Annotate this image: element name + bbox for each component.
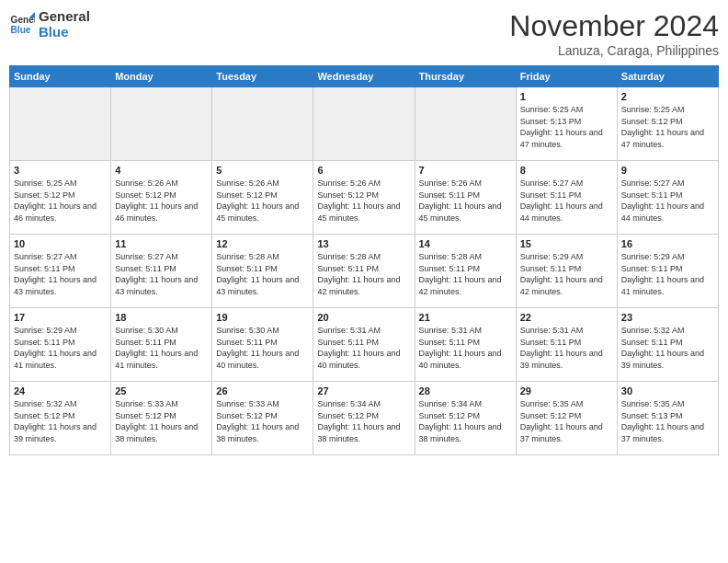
cell-week4-day1: 18Sunrise: 5:30 AMSunset: 5:11 PMDayligh… xyxy=(111,308,212,382)
day-number: 16 xyxy=(621,238,714,249)
logo-text-blue: Blue xyxy=(39,25,90,40)
day-info: Sunrise: 5:31 AMSunset: 5:11 PMDaylight:… xyxy=(419,325,512,371)
day-number: 10 xyxy=(14,238,107,249)
cell-week2-day3: 6Sunrise: 5:26 AMSunset: 5:12 PMDaylight… xyxy=(313,161,415,235)
day-number: 18 xyxy=(115,312,208,323)
day-number: 15 xyxy=(520,238,613,249)
cell-week4-day0: 17Sunrise: 5:29 AMSunset: 5:11 PMDayligh… xyxy=(10,308,111,382)
day-number: 29 xyxy=(520,385,613,396)
day-number: 14 xyxy=(419,238,512,249)
day-number: 25 xyxy=(115,385,208,396)
day-info: Sunrise: 5:31 AMSunset: 5:11 PMDaylight:… xyxy=(317,325,410,371)
col-sunday: Sunday xyxy=(10,66,111,87)
calendar-body: 1Sunrise: 5:25 AMSunset: 5:13 PMDaylight… xyxy=(10,87,719,455)
cell-week1-day2 xyxy=(212,87,313,161)
day-info: Sunrise: 5:30 AMSunset: 5:11 PMDaylight:… xyxy=(216,325,309,371)
day-info: Sunrise: 5:32 AMSunset: 5:11 PMDaylight:… xyxy=(621,325,714,371)
calendar-table: Sunday Monday Tuesday Wednesday Thursday… xyxy=(9,65,719,455)
day-number: 23 xyxy=(621,312,714,323)
cell-week1-day4 xyxy=(415,87,516,161)
header-row: Sunday Monday Tuesday Wednesday Thursday… xyxy=(10,66,719,87)
day-info: Sunrise: 5:29 AMSunset: 5:11 PMDaylight:… xyxy=(14,325,107,371)
day-info: Sunrise: 5:26 AMSunset: 5:12 PMDaylight:… xyxy=(115,178,208,224)
day-info: Sunrise: 5:35 AMSunset: 5:12 PMDaylight:… xyxy=(520,398,613,444)
cell-week1-day3 xyxy=(313,87,415,161)
cell-week2-day0: 3Sunrise: 5:25 AMSunset: 5:12 PMDaylight… xyxy=(10,161,111,235)
col-tuesday: Tuesday xyxy=(212,66,313,87)
svg-text:Blue: Blue xyxy=(11,25,31,35)
day-info: Sunrise: 5:30 AMSunset: 5:11 PMDaylight:… xyxy=(115,325,208,371)
day-number: 12 xyxy=(216,238,309,249)
cell-week2-day1: 4Sunrise: 5:26 AMSunset: 5:12 PMDaylight… xyxy=(111,161,212,235)
logo-text-general: General xyxy=(39,9,90,25)
logo-icon: General Blue xyxy=(9,12,35,38)
day-number: 24 xyxy=(14,385,107,396)
cell-week2-day5: 8Sunrise: 5:27 AMSunset: 5:11 PMDaylight… xyxy=(516,161,617,235)
day-info: Sunrise: 5:33 AMSunset: 5:12 PMDaylight:… xyxy=(216,398,309,444)
day-info: Sunrise: 5:25 AMSunset: 5:12 PMDaylight:… xyxy=(621,104,714,150)
cell-week4-day2: 19Sunrise: 5:30 AMSunset: 5:11 PMDayligh… xyxy=(212,308,313,382)
cell-week5-day4: 28Sunrise: 5:34 AMSunset: 5:12 PMDayligh… xyxy=(415,382,516,455)
month-title: November 2024 xyxy=(509,9,719,43)
header-area: General Blue General Blue November 2024 … xyxy=(9,9,719,58)
cell-week3-day5: 15Sunrise: 5:29 AMSunset: 5:11 PMDayligh… xyxy=(516,235,617,308)
cell-week4-day5: 22Sunrise: 5:31 AMSunset: 5:11 PMDayligh… xyxy=(516,308,617,382)
day-number: 20 xyxy=(317,312,410,323)
day-info: Sunrise: 5:28 AMSunset: 5:11 PMDaylight:… xyxy=(317,251,410,297)
cell-week3-day2: 12Sunrise: 5:28 AMSunset: 5:11 PMDayligh… xyxy=(212,235,313,308)
day-number: 1 xyxy=(520,91,613,102)
day-info: Sunrise: 5:34 AMSunset: 5:12 PMDaylight:… xyxy=(419,398,512,444)
cell-week1-day6: 2Sunrise: 5:25 AMSunset: 5:12 PMDaylight… xyxy=(617,87,718,161)
calendar-container: General Blue General Blue November 2024 … xyxy=(0,0,728,465)
cell-week4-day3: 20Sunrise: 5:31 AMSunset: 5:11 PMDayligh… xyxy=(313,308,415,382)
cell-week5-day0: 24Sunrise: 5:32 AMSunset: 5:12 PMDayligh… xyxy=(10,382,111,455)
day-info: Sunrise: 5:25 AMSunset: 5:13 PMDaylight:… xyxy=(520,104,613,150)
day-number: 26 xyxy=(216,385,309,396)
cell-week5-day3: 27Sunrise: 5:34 AMSunset: 5:12 PMDayligh… xyxy=(313,382,415,455)
cell-week3-day3: 13Sunrise: 5:28 AMSunset: 5:11 PMDayligh… xyxy=(313,235,415,308)
day-number: 11 xyxy=(115,238,208,249)
day-number: 30 xyxy=(621,385,714,396)
day-number: 27 xyxy=(317,385,410,396)
day-info: Sunrise: 5:29 AMSunset: 5:11 PMDaylight:… xyxy=(520,251,613,297)
col-friday: Friday xyxy=(516,66,617,87)
week-row-1: 1Sunrise: 5:25 AMSunset: 5:13 PMDaylight… xyxy=(10,87,719,161)
cell-week1-day1 xyxy=(111,87,212,161)
cell-week2-day6: 9Sunrise: 5:27 AMSunset: 5:11 PMDaylight… xyxy=(617,161,718,235)
day-number: 7 xyxy=(419,165,512,176)
week-row-2: 3Sunrise: 5:25 AMSunset: 5:12 PMDaylight… xyxy=(10,161,719,235)
cell-week3-day4: 14Sunrise: 5:28 AMSunset: 5:11 PMDayligh… xyxy=(415,235,516,308)
day-number: 4 xyxy=(115,165,208,176)
day-info: Sunrise: 5:28 AMSunset: 5:11 PMDaylight:… xyxy=(419,251,512,297)
cell-week1-day0 xyxy=(10,87,111,161)
cell-week3-day6: 16Sunrise: 5:29 AMSunset: 5:11 PMDayligh… xyxy=(617,235,718,308)
cell-week3-day1: 11Sunrise: 5:27 AMSunset: 5:11 PMDayligh… xyxy=(111,235,212,308)
location-subtitle: Lanuza, Caraga, Philippines xyxy=(509,43,719,58)
day-number: 8 xyxy=(520,165,613,176)
day-info: Sunrise: 5:28 AMSunset: 5:11 PMDaylight:… xyxy=(216,251,309,297)
day-info: Sunrise: 5:32 AMSunset: 5:12 PMDaylight:… xyxy=(14,398,107,444)
day-info: Sunrise: 5:29 AMSunset: 5:11 PMDaylight:… xyxy=(621,251,714,297)
day-info: Sunrise: 5:27 AMSunset: 5:11 PMDaylight:… xyxy=(621,178,714,224)
day-number: 13 xyxy=(317,238,410,249)
day-info: Sunrise: 5:27 AMSunset: 5:11 PMDaylight:… xyxy=(520,178,613,224)
day-info: Sunrise: 5:27 AMSunset: 5:11 PMDaylight:… xyxy=(115,251,208,297)
day-number: 3 xyxy=(14,165,107,176)
cell-week5-day1: 25Sunrise: 5:33 AMSunset: 5:12 PMDayligh… xyxy=(111,382,212,455)
cell-week3-day0: 10Sunrise: 5:27 AMSunset: 5:11 PMDayligh… xyxy=(10,235,111,308)
week-row-4: 17Sunrise: 5:29 AMSunset: 5:11 PMDayligh… xyxy=(10,308,719,382)
day-info: Sunrise: 5:25 AMSunset: 5:12 PMDaylight:… xyxy=(14,178,107,224)
calendar-header: Sunday Monday Tuesday Wednesday Thursday… xyxy=(10,66,719,87)
day-number: 21 xyxy=(419,312,512,323)
col-thursday: Thursday xyxy=(415,66,516,87)
day-number: 17 xyxy=(14,312,107,323)
cell-week5-day6: 30Sunrise: 5:35 AMSunset: 5:13 PMDayligh… xyxy=(617,382,718,455)
week-row-3: 10Sunrise: 5:27 AMSunset: 5:11 PMDayligh… xyxy=(10,235,719,308)
day-number: 22 xyxy=(520,312,613,323)
week-row-5: 24Sunrise: 5:32 AMSunset: 5:12 PMDayligh… xyxy=(10,382,719,455)
day-number: 28 xyxy=(419,385,512,396)
cell-week1-day5: 1Sunrise: 5:25 AMSunset: 5:13 PMDaylight… xyxy=(516,87,617,161)
cell-week5-day5: 29Sunrise: 5:35 AMSunset: 5:12 PMDayligh… xyxy=(516,382,617,455)
day-number: 5 xyxy=(216,165,309,176)
day-info: Sunrise: 5:31 AMSunset: 5:11 PMDaylight:… xyxy=(520,325,613,371)
